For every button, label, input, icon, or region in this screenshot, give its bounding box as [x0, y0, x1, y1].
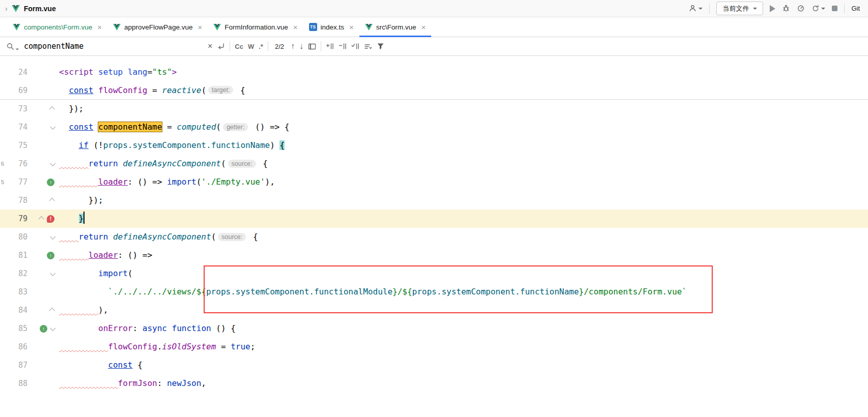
code-line[interactable]: 80 return defineAsyncComponent(source: { — [0, 228, 868, 246]
code-line[interactable]: 24<script setup lang="ts"> — [0, 63, 868, 81]
fold-expand-icon[interactable] — [50, 124, 55, 130]
fold-collapse-icon[interactable] — [49, 308, 55, 313]
code-line[interactable]: 74 const componentName = computed(getter… — [0, 118, 868, 136]
regex-toggle[interactable]: .* — [259, 43, 263, 50]
code-line[interactable]: 78 }); — [0, 191, 868, 210]
code-token: props.systemComponent.functionName — [412, 287, 579, 296]
line-number[interactable]: 82 — [7, 269, 27, 278]
code-token: /components/Form.vue` — [584, 287, 687, 296]
code-line[interactable]: 88 formJson: newJson, — [0, 374, 868, 393]
close-icon[interactable]: × — [422, 23, 426, 32]
line-number[interactable]: 69 — [7, 86, 27, 95]
code-text: ), — [59, 301, 108, 319]
line-number[interactable]: 73 — [7, 104, 27, 113]
line-number[interactable]: 83 — [7, 287, 27, 296]
line-number[interactable]: 80 — [7, 232, 27, 242]
line-number[interactable]: 79 — [7, 214, 27, 223]
open-in-find-window-button[interactable] — [308, 43, 316, 50]
tab-src-form-vue[interactable]: src\Form.vue × — [359, 17, 432, 37]
code-line[interactable]: 676 return defineAsyncComponent(source: … — [0, 155, 868, 173]
line-number[interactable]: 74 — [7, 123, 27, 132]
code-line[interactable]: 81↑ loader: () => — [0, 246, 868, 264]
previous-match-button[interactable]: ↑ — [291, 42, 295, 51]
editor-tab-bar: components\Form.vue × approveFlowPage.vu… — [0, 17, 868, 37]
tab-approveflowpage-vue[interactable]: approveFlowPage.vue × — [107, 17, 208, 37]
fold-collapse-icon[interactable] — [39, 216, 44, 222]
navigate-up-icon[interactable]: ↑ — [47, 252, 54, 259]
editor[interactable]: 24<script setup lang="ts">69 const flowC… — [0, 56, 868, 417]
code-text: import( — [59, 264, 133, 283]
code-line[interactable]: 73 }); — [0, 100, 868, 118]
add-selection-button[interactable] — [326, 43, 334, 49]
fold-collapse-icon[interactable] — [49, 198, 55, 203]
tab-components-form-vue[interactable]: components\Form.vue × — [7, 17, 107, 37]
code-line[interactable]: 86 flowConfig.isOldSystem = true; — [0, 338, 868, 356]
newline-button[interactable] — [217, 43, 225, 50]
code-line[interactable]: 79! } — [0, 210, 868, 228]
code-token: ( — [197, 177, 202, 187]
fold-expand-icon[interactable] — [50, 161, 55, 166]
tool-window-icon — [308, 43, 316, 50]
line-number[interactable]: 84 — [7, 306, 27, 315]
line-number[interactable]: 75 — [7, 141, 27, 150]
code-token: const — [69, 122, 93, 132]
code-line[interactable]: 87 const { — [0, 356, 868, 374]
vue-file-icon — [113, 24, 121, 31]
gutter: ↑ — [27, 178, 59, 186]
code-line[interactable]: 75 if (!props.systemComponent.functionNa… — [0, 136, 868, 155]
close-icon[interactable]: × — [293, 23, 298, 32]
line-number[interactable]: 88 — [7, 379, 27, 388]
match-case-toggle[interactable]: Cc — [235, 43, 243, 50]
stop-button[interactable] — [832, 6, 837, 11]
fold-expand-icon[interactable] — [50, 325, 55, 331]
line-number[interactable]: 24 — [7, 68, 27, 77]
fold-expand-icon[interactable] — [50, 271, 55, 276]
search-input[interactable] — [24, 42, 203, 51]
code-token: function — [172, 323, 211, 333]
line-number[interactable]: 81 — [7, 251, 27, 260]
code-line[interactable]: 82 import( — [0, 264, 868, 283]
error-icon[interactable]: ! — [47, 215, 54, 223]
navigate-up-icon[interactable]: ↑ — [40, 325, 47, 333]
line-number[interactable]: 86 — [7, 342, 27, 351]
code-token: } — [79, 214, 84, 223]
code-line[interactable]: 85↑ onError: async function () { — [0, 319, 868, 338]
line-number[interactable]: 85 — [7, 324, 27, 333]
code-token: isOldSystem — [162, 342, 216, 351]
debug-button[interactable] — [782, 5, 790, 12]
whole-words-toggle[interactable]: W — [248, 43, 254, 50]
line-number[interactable]: 78 — [7, 196, 27, 205]
filter-button[interactable] — [377, 43, 384, 50]
next-match-button[interactable]: ↓ — [299, 42, 303, 51]
git-menu[interactable]: Git — [851, 5, 860, 12]
line-number[interactable]: 87 — [7, 361, 27, 370]
run-config-selector[interactable]: 当前文件 — [716, 2, 763, 15]
run-button[interactable] — [770, 5, 775, 12]
code-line[interactable]: 69 const flowConfig = reactive(target: { — [0, 81, 868, 100]
code-line[interactable]: 83 `./../../../views/${props.systemCompo… — [0, 283, 868, 301]
tab-index-ts[interactable]: TS index.ts × — [303, 17, 359, 37]
line-number[interactable]: 76 — [7, 159, 27, 168]
code-line[interactable]: 577↑ loader: () => import('./Empty.vue')… — [0, 173, 868, 191]
typescript-file-icon: TS — [309, 23, 317, 31]
text-caret — [83, 212, 85, 224]
close-icon[interactable]: × — [349, 23, 354, 32]
close-icon[interactable]: × — [97, 23, 102, 32]
code-line[interactable]: 84 ), — [0, 301, 868, 319]
tab-forminformation-vue[interactable]: FormInformation.vue × — [208, 17, 303, 37]
close-icon[interactable]: × — [198, 23, 202, 32]
fold-expand-icon[interactable] — [50, 234, 55, 240]
code-token: / — [398, 287, 403, 296]
remove-selection-button[interactable] — [339, 43, 347, 49]
navigate-up-icon[interactable]: ↑ — [47, 178, 54, 186]
search-options-button[interactable] — [6, 42, 19, 50]
fold-collapse-icon[interactable] — [49, 106, 55, 112]
rerun-button[interactable] — [811, 5, 825, 12]
users-button[interactable] — [689, 5, 703, 12]
code-token: , — [201, 378, 206, 388]
line-number[interactable]: 77 — [7, 177, 27, 187]
view-options-button[interactable] — [364, 43, 372, 50]
profiler-button[interactable] — [797, 5, 805, 12]
clear-search-button[interactable]: × — [208, 42, 212, 51]
select-all-occurrences-button[interactable] — [351, 43, 359, 49]
